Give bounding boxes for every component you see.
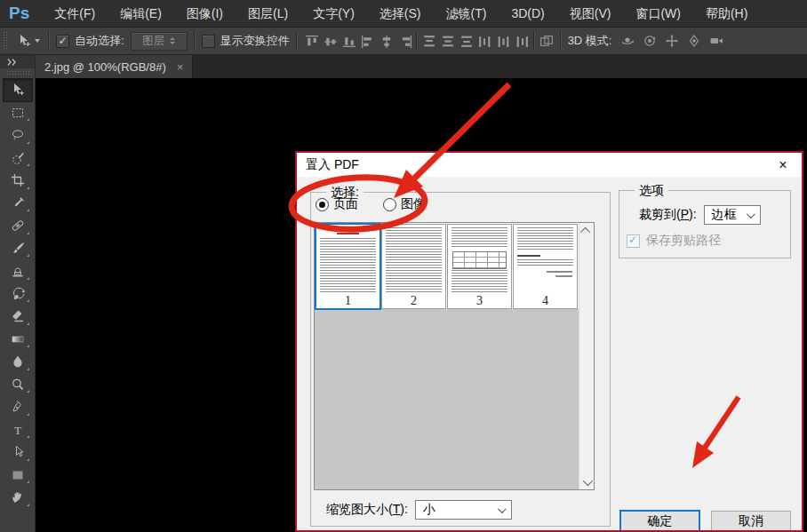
radio-images[interactable]: 图像 xyxy=(383,196,426,212)
clone-stamp-tool-icon xyxy=(10,264,25,279)
hand-tool[interactable] xyxy=(4,487,32,509)
pen-tool[interactable] xyxy=(4,396,32,418)
align-hcenter-icon[interactable] xyxy=(379,34,394,49)
photoshop-window: Ps 文件(F)编辑(E)图像(I)图层(L)文字(Y)选择(S)滤镜(T)3D… xyxy=(0,0,807,532)
3d-drag-icon[interactable] xyxy=(662,33,681,49)
page-list-scrollbar[interactable] xyxy=(579,223,594,489)
brush-tool[interactable] xyxy=(4,237,32,259)
distribute-vcenter-icon[interactable] xyxy=(440,34,455,49)
pdf-page-thumbnail-4[interactable]: 4 xyxy=(513,224,578,309)
options-bar: ✓ 自动选择: 图层 显示变换控件 3D 模式: xyxy=(0,28,807,55)
pdf-page-thumbnail-1[interactable]: 1 xyxy=(315,223,381,310)
menu-item-0[interactable]: 文件(F) xyxy=(42,0,108,28)
toolbox-collapse-button[interactable] xyxy=(0,55,35,68)
options-bar-gripper[interactable] xyxy=(3,31,8,51)
chevron-up-icon xyxy=(580,226,590,236)
align-right-icon[interactable] xyxy=(397,34,412,49)
thumbnail-size-dropdown[interactable]: 小 xyxy=(415,500,512,520)
menu-item-4[interactable]: 文字(Y) xyxy=(300,0,367,28)
dialog-body: 选择: 页面图像 1234 缩览图大小(T): 小 xyxy=(297,177,802,530)
show-transform-checkbox[interactable]: 显示变换控件 xyxy=(202,33,290,49)
toolbox-gripper[interactable] xyxy=(6,70,29,76)
pdf-page-thumbnail-3[interactable]: 3 xyxy=(447,224,512,309)
dialog-close-button[interactable]: × xyxy=(764,157,802,173)
menu-items: 文件(F)编辑(E)图像(I)图层(L)文字(Y)选择(S)滤镜(T)3D(D)… xyxy=(42,0,760,27)
spot-healing-brush-tool[interactable] xyxy=(4,215,32,237)
menu-item-10[interactable]: 帮助(H) xyxy=(693,0,760,28)
rectangle-tool-icon xyxy=(10,467,25,482)
menu-item-6[interactable]: 滤镜(T) xyxy=(434,0,499,28)
align-vcenter-icon[interactable] xyxy=(323,34,338,49)
tab-close-icon[interactable]: × xyxy=(177,61,184,73)
3d-roll-icon[interactable] xyxy=(640,33,659,49)
move-tool[interactable] xyxy=(4,79,32,101)
gradient-tool-icon xyxy=(10,331,25,346)
crop-to-value: 边框 xyxy=(712,207,737,223)
auto-align-icon[interactable] xyxy=(539,34,554,49)
caret-down-icon xyxy=(35,39,40,43)
page-list[interactable]: 1234 xyxy=(314,222,595,490)
save-clip-path-label: 保存剪贴路径 xyxy=(646,233,721,249)
separator xyxy=(48,31,50,51)
ok-button[interactable]: 确定 xyxy=(619,510,700,530)
page-preview xyxy=(451,227,507,293)
auto-select-checkbox[interactable]: ✓ 自动选择: xyxy=(56,33,124,49)
distribute-hcenter-icon[interactable] xyxy=(496,34,511,49)
options-group: 选项 裁剪到(P): 边框 保存剪贴路径 xyxy=(619,190,791,258)
distribute-top-icon[interactable] xyxy=(421,34,436,49)
page-preview xyxy=(386,227,442,293)
type-tool[interactable]: T xyxy=(4,418,32,441)
menu-item-2[interactable]: 图像(I) xyxy=(174,0,236,28)
quick-selection-tool[interactable] xyxy=(4,147,32,169)
pdf-page-thumbnail-2[interactable]: 2 xyxy=(381,224,446,309)
3d-rotate-icon[interactable] xyxy=(618,33,636,49)
menu-item-5[interactable]: 选择(S) xyxy=(367,0,434,28)
crop-tool[interactable] xyxy=(4,170,32,192)
menu-item-9[interactable]: 窗口(W) xyxy=(623,0,693,28)
svg-text:T: T xyxy=(13,423,21,436)
scroll-down-button[interactable] xyxy=(579,474,594,489)
eraser-tool-icon xyxy=(10,309,25,324)
3d-mode-buttons xyxy=(618,33,725,49)
spinner-arrows-icon xyxy=(170,37,175,44)
radio-icon xyxy=(383,198,396,211)
clone-stamp-tool[interactable] xyxy=(4,260,32,282)
menu-item-8[interactable]: 视图(V) xyxy=(557,0,624,28)
3d-camera-icon[interactable] xyxy=(707,33,725,49)
dodge-tool[interactable] xyxy=(4,373,32,395)
menu-item-3[interactable]: 图层(L) xyxy=(236,0,300,28)
distribute-bottom-icon[interactable] xyxy=(459,34,474,49)
type-tool-icon: T xyxy=(10,422,25,437)
lasso-tool[interactable] xyxy=(4,124,32,147)
gradient-tool[interactable] xyxy=(4,328,32,350)
page-thumbnails: 1234 xyxy=(315,223,579,309)
blur-tool[interactable] xyxy=(4,351,32,373)
history-brush-tool[interactable] xyxy=(4,282,32,305)
pen-tool-icon xyxy=(10,400,25,415)
distribute-left-icon[interactable] xyxy=(477,34,492,49)
cancel-button[interactable]: 取消 xyxy=(711,511,791,530)
path-selection-tool[interactable] xyxy=(4,441,32,464)
current-tool-button[interactable] xyxy=(14,33,42,50)
distribute-right-icon[interactable] xyxy=(515,34,530,49)
rectangle-tool[interactable] xyxy=(4,464,32,486)
crop-to-dropdown[interactable]: 边框 xyxy=(704,205,761,225)
eyedropper-tool[interactable] xyxy=(4,192,32,214)
page-preview xyxy=(517,227,573,293)
eraser-tool[interactable] xyxy=(4,306,32,328)
lasso-tool-icon xyxy=(10,128,25,143)
radio-pages[interactable]: 页面 xyxy=(316,196,358,212)
scroll-up-button[interactable] xyxy=(579,223,594,238)
menu-item-1[interactable]: 编辑(E) xyxy=(108,0,174,28)
menu-item-7[interactable]: 3D(D) xyxy=(499,0,556,28)
3d-slide-icon[interactable] xyxy=(684,33,703,49)
align-bottom-icon[interactable] xyxy=(341,34,356,49)
dialog-title-bar[interactable]: 置入 PDF × xyxy=(297,153,802,177)
align-left-icon[interactable] xyxy=(360,34,375,49)
collapse-icon xyxy=(4,54,19,69)
align-top-icon[interactable] xyxy=(304,34,319,49)
document-tab[interactable]: 2.jpg @ 100%(RGB/8#)× xyxy=(36,55,193,78)
rectangular-marquee-tool[interactable] xyxy=(4,101,32,123)
layer-select-dropdown[interactable]: 图层 xyxy=(131,32,188,51)
thumbnail-size-row: 缩览图大小(T): 小 xyxy=(326,500,512,520)
